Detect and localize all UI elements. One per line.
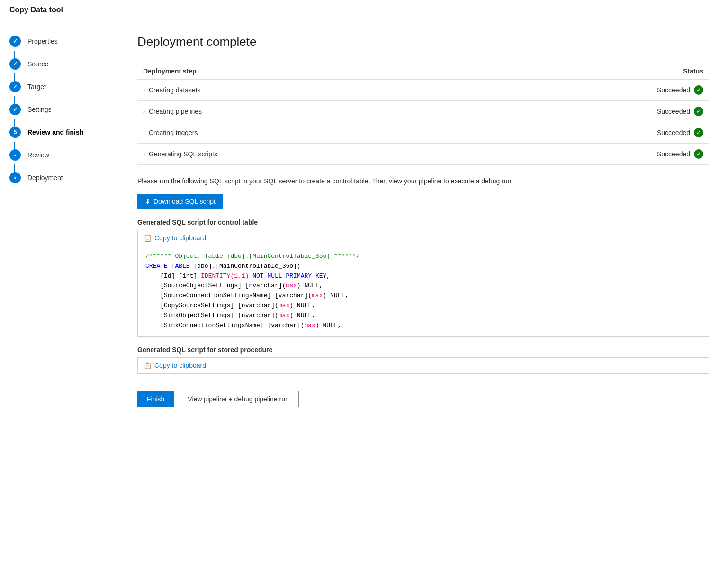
copy-to-clipboard-proc[interactable]: 📋 Copy to clipboard [138, 358, 709, 373]
sql-control-table-title: Generated SQL script for control table [137, 218, 709, 226]
sql-stored-proc-container: 📋 Copy to clipboard [137, 357, 709, 374]
clipboard-icon: 📋 [144, 234, 152, 242]
step-circle-source: ✓ [9, 58, 21, 70]
copy-label-proc: Copy to clipboard [154, 362, 206, 369]
step-circle-deployment: ● [9, 172, 21, 183]
finish-button[interactable]: Finish [137, 391, 174, 407]
sidebar-item-properties[interactable]: ✓ Properties [0, 30, 118, 53]
step-circle-target: ✓ [9, 81, 21, 92]
deployment-table: Deployment step Status › Creating datase… [137, 64, 709, 165]
sidebar-label-source: Source [27, 60, 48, 68]
step-cell: › Creating pipelines [137, 101, 479, 122]
page-title: Deployment complete [137, 35, 709, 49]
download-icon: ⬇ [145, 198, 151, 205]
table-row: › Generating SQL scripts Succeeded ✓ [137, 144, 709, 165]
success-icon: ✓ [694, 149, 703, 159]
table-row: › Creating pipelines Succeeded ✓ [137, 101, 709, 122]
copy-label-control: Copy to clipboard [154, 234, 206, 242]
dot-review: ● [14, 153, 17, 157]
col-deployment-step: Deployment step [137, 64, 479, 79]
app-header: Copy Data tool [0, 0, 728, 20]
checkmark-icon: ✓ [13, 38, 18, 45]
chevron-right-icon: › [143, 129, 145, 136]
step-label: Creating triggers [149, 129, 198, 136]
success-icon: ✓ [694, 107, 703, 116]
checkmark-icon-settings: ✓ [13, 106, 18, 113]
app-title: Copy Data tool [9, 6, 63, 14]
sidebar-label-properties: Properties [27, 37, 58, 45]
step-circle-review-and-finish: 5 [9, 127, 21, 138]
step-circle-review: ● [9, 149, 21, 161]
main-content: Deployment complete Deployment step Stat… [118, 20, 728, 563]
sidebar-item-settings[interactable]: ✓ Settings [0, 98, 118, 121]
sidebar: ✓ Properties ✓ Source ✓ Target ✓ Setting… [0, 20, 118, 563]
code-line-5: [SourceConnectionSettingsName] [varchar]… [145, 291, 701, 301]
sidebar-item-review[interactable]: ● Review [0, 144, 118, 166]
status-cell: Succeeded ✓ [479, 79, 709, 101]
main-layout: ✓ Properties ✓ Source ✓ Target ✓ Setting… [0, 20, 728, 563]
status-cell: Succeeded ✓ [479, 101, 709, 122]
download-sql-button[interactable]: ⬇ Download SQL script [137, 194, 223, 209]
status-cell: Succeeded ✓ [479, 144, 709, 165]
download-button-label: Download SQL script [153, 198, 216, 205]
table-row: › Creating datasets Succeeded ✓ [137, 79, 709, 101]
table-row: › Creating triggers Succeeded ✓ [137, 122, 709, 144]
sidebar-item-review-and-finish[interactable]: 5 Review and finish [0, 121, 118, 144]
sidebar-item-deployment[interactable]: ● Deployment [0, 166, 118, 189]
step-number-review-and-finish: 5 [14, 129, 17, 136]
sidebar-label-settings: Settings [27, 106, 52, 113]
step-label: Creating datasets [149, 86, 201, 94]
chevron-right-icon: › [143, 151, 145, 157]
status-cell: Succeeded ✓ [479, 122, 709, 144]
code-line-1: /****** Object: Table [dbo].[MainControl… [145, 252, 701, 262]
code-area-control: /****** Object: Table [dbo].[MainControl… [138, 246, 709, 336]
clipboard-icon-proc: 📋 [144, 362, 152, 369]
dot-deployment: ● [14, 176, 17, 180]
code-line-7: [SinkObjectSettings] [nvarchar](max) NUL… [145, 311, 701, 321]
code-line-3: [Id] [int] IDENTITY(1,1) NOT NULL PRIMAR… [145, 272, 701, 282]
status-text: Succeeded [657, 129, 690, 136]
code-line-4: [SourceObjectSettings] [nvarchar](max) N… [145, 281, 701, 291]
status-text: Succeeded [657, 108, 690, 115]
status-text: Succeeded [657, 150, 690, 158]
sidebar-label-review: Review [27, 151, 49, 159]
step-circle-settings: ✓ [9, 104, 21, 115]
view-pipeline-button[interactable]: View pipeline + debug pipeline run [178, 391, 298, 407]
sidebar-item-source[interactable]: ✓ Source [0, 53, 118, 75]
sidebar-item-target[interactable]: ✓ Target [0, 75, 118, 98]
col-status: Status [479, 64, 709, 79]
step-label: Creating pipelines [149, 108, 202, 115]
checkmark-icon-target: ✓ [13, 83, 18, 90]
status-text: Succeeded [657, 86, 690, 94]
copy-to-clipboard-control[interactable]: 📋 Copy to clipboard [138, 230, 709, 246]
step-cell: › Generating SQL scripts [137, 144, 479, 165]
sidebar-label-review-and-finish: Review and finish [27, 128, 83, 136]
code-line-8: [SinkConnectionSettingsName] [varchar](m… [145, 321, 701, 331]
info-message: Please run the following SQL script in y… [137, 176, 709, 186]
step-circle-properties: ✓ [9, 36, 21, 47]
checkmark-icon-source: ✓ [13, 61, 18, 67]
finish-button-label: Finish [147, 395, 164, 403]
sql-stored-proc-title: Generated SQL script for stored procedur… [137, 346, 709, 354]
step-cell: › Creating triggers [137, 122, 479, 144]
code-line-6: [CopySourceSettings] [nvarchar](max) NUL… [145, 301, 701, 311]
success-icon: ✓ [694, 85, 703, 95]
chevron-right-icon: › [143, 87, 145, 93]
sidebar-label-deployment: Deployment [27, 174, 63, 182]
step-cell: › Creating datasets [137, 79, 479, 101]
footer-buttons: Finish View pipeline + debug pipeline ru… [137, 383, 709, 407]
sidebar-label-target: Target [27, 83, 46, 91]
success-icon: ✓ [694, 128, 703, 137]
code-line-2: CREATE TABLE [dbo].[MainControlTable_35o… [145, 262, 701, 272]
view-pipeline-label: View pipeline + debug pipeline run [188, 395, 288, 403]
chevron-right-icon: › [143, 108, 145, 115]
sql-control-table-container: 📋 Copy to clipboard /****** Object: Tabl… [137, 230, 709, 337]
step-label: Generating SQL scripts [149, 150, 217, 158]
